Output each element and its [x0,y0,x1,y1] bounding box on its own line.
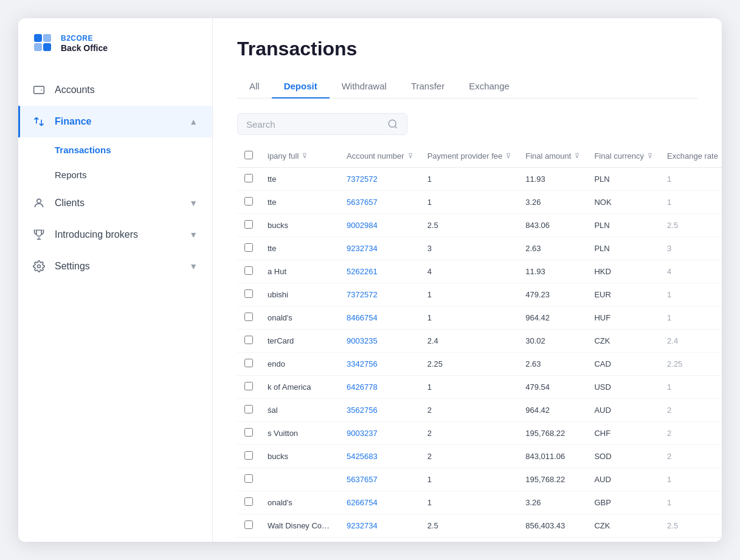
cell-company: tte [260,237,339,260]
cell-company: śal [260,399,339,422]
col-company: ipany full ⊽ [260,145,339,168]
active-indicator [18,106,20,137]
cell-account[interactable]: 9003235 [339,330,420,353]
cell-currency: AUD [587,399,660,422]
cell-account[interactable]: 9232734 [339,514,420,538]
cell-currency: PLN [587,168,660,191]
cell-account[interactable]: 3562756 [339,538,420,542]
row-checkbox-10[interactable] [244,405,253,413]
logo-text: B2CORE Back Office [61,34,108,53]
finance-label: Finance [55,116,179,127]
cell-company: y [260,538,339,542]
cell-exrate: 2.5 [660,514,722,538]
cell-currency: CZK [587,514,660,538]
cell-company: endo [260,353,339,376]
cell-account[interactable]: 3342756 [339,353,420,376]
logo-icon [33,33,55,55]
tab-deposit[interactable]: Deposit [272,75,330,99]
search-input[interactable] [246,119,382,130]
tab-exchange[interactable]: Exchange [457,75,522,99]
tab-all[interactable]: All [237,75,272,99]
cell-fee: 1 [420,376,519,399]
currency-filter-icon[interactable]: ⊽ [648,152,652,160]
wallet-icon [33,84,45,96]
sidebar-item-clients[interactable]: Clients ▼ [18,187,212,219]
cell-company: s Vuitton [260,422,339,445]
cell-fee: 3 [420,237,519,260]
sidebar-item-finance[interactable]: Finance ▲ [18,106,212,137]
row-checkbox-15[interactable] [244,520,253,529]
cell-account[interactable]: 8466754 [339,306,420,330]
search-icon [387,119,398,130]
row-checkbox-4[interactable] [244,266,253,275]
col-account: Account number ⊽ [339,145,420,168]
cell-account[interactable]: 5262261 [339,260,420,283]
cell-company: k of America [260,376,339,399]
user-icon [33,197,45,209]
cell-company: tte [260,191,339,214]
account-filter-icon[interactable]: ⊽ [408,152,413,160]
row-checkbox-5[interactable] [244,289,253,298]
row-checkbox-12[interactable] [244,451,253,460]
fee-filter-icon[interactable]: ⊽ [506,152,511,160]
cell-fee: 4 [420,260,519,283]
table-row: k of America 6426778 1 479.54 USD 1 [237,376,722,399]
row-checkbox-9[interactable] [244,382,253,390]
cell-currency: NOK [587,191,660,214]
brand-name: B2CORE [61,34,108,43]
table-row: bucks 5425683 2 843,011.06 SOD 2 [237,445,722,468]
sidebar-item-introducing-brokers[interactable]: Introducing brokers ▼ [18,219,212,251]
row-checkbox-2[interactable] [244,220,253,229]
select-all-checkbox[interactable] [244,151,253,159]
cell-account[interactable]: 9002984 [339,214,420,237]
cell-company: a Hut [260,260,339,283]
row-checkbox-3[interactable] [244,243,253,252]
row-checkbox-0[interactable] [244,174,253,182]
cell-account[interactable]: 7372572 [339,168,420,191]
finance-sub-nav: Transactions Reports [18,137,212,187]
gear-icon [33,260,45,272]
cell-account[interactable]: 5637657 [339,468,420,491]
cell-fee: 2.25 [420,353,519,376]
cell-account[interactable]: 5425683 [339,445,420,468]
sidebar-item-settings[interactable]: Settings ▼ [18,251,212,282]
row-checkbox-6[interactable] [244,313,253,321]
row-checkbox-13[interactable] [244,474,253,483]
cell-company: bucks [260,214,339,237]
sub-nav-transactions[interactable]: Transactions [55,137,212,162]
cell-exrate: 4 [660,260,722,283]
cell-account[interactable]: 6426778 [339,376,420,399]
cell-account[interactable]: 3562756 [339,399,420,422]
cell-currency: CHF [587,422,660,445]
cell-company: tte [260,168,339,191]
row-checkbox-7[interactable] [244,336,253,344]
page-title: Transactions [237,38,697,60]
company-filter-icon[interactable]: ⊽ [302,152,307,160]
cell-account[interactable]: 6266754 [339,491,420,514]
cell-account[interactable]: 5637657 [339,191,420,214]
cell-currency: PLN [587,214,660,237]
sidebar-item-accounts[interactable]: Accounts [18,74,212,106]
cell-amount: 2.63 [518,353,587,376]
tab-withdrawal[interactable]: Withdrawal [330,75,399,99]
cell-currency: PLN [587,237,660,260]
svg-point-6 [38,265,41,268]
cell-amount: 843,011.06 [518,445,587,468]
sub-nav-reports[interactable]: Reports [55,162,212,187]
cell-currency: SOD [587,445,660,468]
cell-account[interactable]: 9003237 [339,422,420,445]
amount-filter-icon[interactable]: ⊽ [575,152,579,160]
cell-amount: 30.02 [518,330,587,353]
svg-rect-0 [34,34,42,42]
row-checkbox-11[interactable] [244,428,253,437]
svg-rect-4 [34,86,44,94]
row-checkbox-14[interactable] [244,497,253,506]
cell-fee: 1 [420,191,519,214]
table-row: y 3562756 3 479.54 PLN 3 [237,538,722,542]
row-checkbox-1[interactable] [244,197,253,206]
row-checkbox-8[interactable] [244,359,253,367]
tab-transfer[interactable]: Transfer [399,75,457,99]
cell-account[interactable]: 9232734 [339,237,420,260]
cell-account[interactable]: 7372572 [339,283,420,306]
table-container[interactable]: ipany full ⊽ Account number ⊽ [213,145,722,542]
